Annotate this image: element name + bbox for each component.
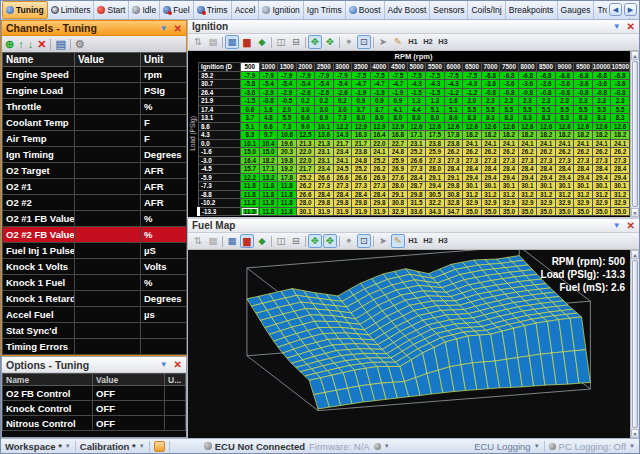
rpm-column-header[interactable]: 7500: [500, 63, 519, 72]
ignition-cell[interactable]: 8.3: [500, 114, 519, 123]
ignition-cell[interactable]: -7.5: [389, 71, 408, 80]
ignition-cell[interactable]: 26.2: [611, 148, 630, 157]
ignition-cell[interactable]: 12.2: [333, 122, 352, 131]
options-column-header[interactable]: Name: [3, 374, 93, 386]
channel-row[interactable]: Throttle%: [3, 99, 187, 115]
add-icon[interactable]: ⊕: [5, 38, 14, 50]
ignition-cell[interactable]: 28.7: [407, 182, 426, 191]
ignition-cell[interactable]: 27.3: [407, 165, 426, 174]
ignition-cell[interactable]: 23.8: [426, 139, 445, 148]
rpm-column-header[interactable]: 1500: [278, 63, 297, 72]
ignition-cell[interactable]: 18.2: [500, 131, 519, 140]
ignition-cell[interactable]: 13.6: [315, 131, 334, 140]
ignition-cell[interactable]: 24.1: [463, 139, 482, 148]
ignition-cell[interactable]: 12.6: [426, 122, 445, 131]
ignition-cell[interactable]: 6.6: [259, 122, 278, 131]
ignition-cell[interactable]: 30.1: [518, 182, 537, 191]
ignition-cell[interactable]: -6.8: [500, 71, 519, 80]
ignition-cell[interactable]: -4.3: [463, 80, 482, 89]
ignition-cell[interactable]: 24.1: [592, 139, 611, 148]
ignition-cell[interactable]: -3.6: [574, 80, 593, 89]
h2-button[interactable]: H2: [421, 234, 435, 248]
ignition-cell[interactable]: 35.0: [463, 207, 482, 216]
ignition-cell[interactable]: 26.2: [592, 148, 611, 157]
ignition-cell[interactable]: 26.6: [315, 173, 334, 182]
rpm-column-header[interactable]: 7000: [481, 63, 500, 72]
ignition-cell[interactable]: 2.3: [555, 97, 574, 106]
ignition-cell[interactable]: -1.9: [352, 88, 371, 97]
ignition-cell[interactable]: 14.3: [333, 131, 352, 140]
ignition-cell[interactable]: 31.2: [518, 190, 537, 199]
scroll-down-icon[interactable]: ▼: [631, 208, 639, 217]
ignition-cell[interactable]: 31.9: [333, 207, 352, 216]
ignition-cell[interactable]: 12.6: [463, 122, 482, 131]
option-row[interactable]: Knock ControlOFF: [3, 401, 186, 416]
ignition-cell[interactable]: 11.8: [259, 182, 278, 191]
load-row-header[interactable]: 0.0: [199, 139, 241, 148]
ignition-cell[interactable]: 21.3: [296, 139, 315, 148]
ignition-cell[interactable]: 24.1: [518, 139, 537, 148]
ignition-cell[interactable]: -7.5: [352, 71, 371, 80]
ignition-cell[interactable]: 9.0: [296, 122, 315, 131]
ignition-cell[interactable]: 27.3: [518, 156, 537, 165]
tab-ign-trims[interactable]: Ign Trims: [304, 1, 346, 19]
ignition-cell[interactable]: 1.6: [444, 97, 463, 106]
ignition-cell[interactable]: 5.5: [463, 105, 482, 114]
ignition-cell[interactable]: 26.6: [296, 190, 315, 199]
rpm-column-header[interactable]: 8500: [537, 63, 556, 72]
tab-coils-inj[interactable]: Coils/Inj: [468, 1, 505, 19]
ignition-cell[interactable]: 19.6: [278, 139, 297, 148]
scroll-down-icon[interactable]: ▼: [631, 429, 639, 438]
ignition-cell[interactable]: 26.6: [333, 173, 352, 182]
ignition-cell[interactable]: 29.8: [352, 199, 371, 208]
rpm-column-header[interactable]: 9500: [574, 63, 593, 72]
ignition-cell[interactable]: 17.1: [407, 131, 426, 140]
workspace-menu[interactable]: Workspace *▼: [5, 441, 71, 452]
ignition-cell[interactable]: -3.6: [481, 80, 500, 89]
ignition-cell[interactable]: 3.7: [370, 105, 389, 114]
load-row-header[interactable]: -3.0: [199, 156, 241, 165]
ignition-cell[interactable]: 25.2: [370, 156, 389, 165]
ignition-cell[interactable]: 5.5: [518, 105, 537, 114]
ignition-cell[interactable]: 35.0: [500, 207, 519, 216]
ignition-cell[interactable]: 30.1: [574, 182, 593, 191]
ignition-cell[interactable]: -3.6: [500, 80, 519, 89]
ignition-cell[interactable]: 11.8: [241, 199, 260, 208]
ignition-cell[interactable]: 12.6: [407, 122, 426, 131]
ignition-cell[interactable]: 24.1: [555, 139, 574, 148]
ignition-vertical-scrollbar[interactable]: ▲ ▼: [630, 51, 639, 217]
ignition-cell[interactable]: 2.3: [611, 97, 630, 106]
ignition-cell[interactable]: 32.9: [555, 199, 574, 208]
ignition-cell[interactable]: 12.6: [537, 122, 556, 131]
cursor-icon[interactable]: ➤: [376, 234, 390, 248]
ignition-cell[interactable]: 26.2: [500, 148, 519, 157]
ignition-cell[interactable]: 30.1: [463, 182, 482, 191]
chart-3d-icon[interactable]: ▆: [240, 35, 254, 49]
ignition-cell[interactable]: -1.2: [463, 88, 482, 97]
ignition-cell[interactable]: 16.4: [241, 156, 260, 165]
ignition-cell[interactable]: -7.9: [278, 71, 297, 80]
ignition-cell[interactable]: -1.5: [407, 88, 426, 97]
ignition-cell[interactable]: 27.3: [333, 182, 352, 191]
ignition-cell[interactable]: 18.2: [518, 131, 537, 140]
tab-fuel[interactable]: Fuel: [160, 1, 194, 19]
split-v-icon[interactable]: ◫: [274, 35, 288, 49]
ignition-cell[interactable]: 21.7: [352, 139, 371, 148]
ignition-cell[interactable]: 23.8: [444, 139, 463, 148]
ignition-cell[interactable]: 1.3: [426, 97, 445, 106]
ignition-cell[interactable]: 28.4: [352, 190, 371, 199]
ignition-cell[interactable]: 26.9: [370, 173, 389, 182]
ignition-cell[interactable]: 23.1: [315, 148, 334, 157]
ignition-cell[interactable]: -7.5: [370, 71, 389, 80]
ignition-cell[interactable]: 23.1: [315, 156, 334, 165]
ignition-cell[interactable]: 5.5: [555, 105, 574, 114]
channel-row[interactable]: Knock 1 RetardDegrees: [3, 291, 187, 307]
load-row-header[interactable]: 8.6: [199, 122, 241, 131]
rpm-column-header[interactable]: 6500: [463, 63, 482, 72]
ignition-map-grid[interactable]: Ignition (D50010001500200025003000350040…: [197, 62, 630, 216]
rpm-column-header[interactable]: 3000: [333, 63, 352, 72]
ignition-cell[interactable]: 24.8: [352, 156, 371, 165]
channel-row[interactable]: Stat Sync'd: [3, 323, 187, 339]
ignition-cell[interactable]: 7.3: [333, 114, 352, 123]
ignition-cell[interactable]: 5.1: [426, 105, 445, 114]
